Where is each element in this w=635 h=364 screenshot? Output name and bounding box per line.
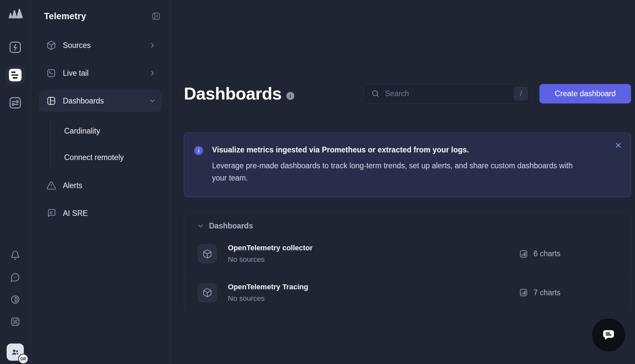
chevron-down-icon	[197, 222, 204, 230]
page-header: Dashboards i / Create dashboard	[184, 84, 631, 103]
command-icon	[10, 316, 21, 327]
message-square-icon	[46, 208, 56, 218]
avatar-badge: DR	[18, 354, 28, 364]
sidebar-item-live-tail[interactable]: Live tail	[39, 62, 162, 84]
dashboards-section: Dashboards OpenTelemetry collector No so…	[184, 213, 631, 312]
sidebar-item-label: Dashboards	[63, 97, 104, 105]
sub-item-label: Connect remotely	[64, 153, 124, 162]
rail-divider	[7, 337, 24, 338]
sidebar-item-label: Live tail	[63, 69, 89, 78]
chevron-right-icon	[149, 69, 156, 77]
row-icon-tile	[198, 283, 217, 302]
app-logo[interactable]	[7, 5, 24, 22]
row-title: OpenTelemetry Tracing	[228, 283, 308, 291]
search-icon	[371, 89, 380, 98]
bar-chart-icon	[519, 249, 528, 259]
sidebar-item-connect-remotely[interactable]: Connect remotely	[64, 144, 162, 171]
stream-icon	[9, 69, 21, 81]
sidebar-item-cardinality[interactable]: Cardinality	[64, 118, 162, 144]
search-box[interactable]: /	[363, 84, 531, 103]
chart-count-label: 6 charts	[533, 249, 561, 258]
dashboards-sub-list: Cardinality Connect remotely	[50, 118, 162, 171]
sliders-icon	[8, 96, 22, 110]
create-dashboard-button[interactable]: Create dashboard	[539, 84, 631, 103]
chat-icon	[10, 272, 20, 282]
rail-bottom: DR	[7, 244, 24, 361]
banner-close-button[interactable]	[613, 140, 623, 150]
sidebar-header: Telemetry	[39, 9, 162, 23]
sub-item-label: Cardinality	[64, 127, 100, 136]
chevron-right-icon	[149, 42, 156, 49]
sidebar-item-sources[interactable]: Sources	[39, 34, 162, 56]
bell-icon	[10, 250, 20, 260]
sidebar-item-label: Sources	[63, 41, 91, 50]
sidebar-item-label: Alerts	[63, 181, 82, 190]
feedback-button[interactable]	[10, 266, 20, 288]
row-title: OpenTelemetry collector	[228, 244, 313, 252]
rail-nav	[6, 36, 25, 120]
dashboard-icon	[46, 96, 56, 106]
collapse-sidebar-button[interactable]	[150, 10, 162, 22]
shortcuts-button[interactable]	[10, 310, 21, 333]
shortcut-key: /	[514, 87, 528, 101]
main-content: Dashboards i / Create dashboard i Visual…	[171, 0, 635, 364]
app-root: DR Telemetry Sources	[0, 0, 635, 364]
contrast-icon	[10, 295, 20, 304]
close-icon	[614, 142, 622, 149]
theme-toggle-button[interactable]	[10, 288, 20, 310]
chart-count-label: 7 charts	[533, 288, 561, 297]
search-input[interactable]	[385, 89, 514, 98]
banner-body: Leverage pre-made dashboards to track lo…	[212, 160, 576, 184]
icon-rail: DR	[0, 0, 31, 364]
sidebar-item-label: AI SRE	[63, 209, 88, 218]
panel-collapse-icon	[151, 12, 161, 21]
box-icon	[202, 249, 212, 259]
user-menu[interactable]: DR	[7, 344, 24, 361]
section-title: Dashboards	[209, 222, 253, 230]
chart-count: 7 charts	[519, 288, 631, 297]
chat-launcher-button[interactable]	[592, 318, 625, 351]
rail-item-stream[interactable]	[6, 64, 25, 86]
rail-item-flows[interactable]	[8, 36, 22, 58]
row-subtitle: No sources	[228, 294, 308, 303]
notifications-button[interactable]	[10, 244, 20, 266]
section-toggle[interactable]: Dashboards	[184, 213, 631, 234]
row-subtitle: No sources	[228, 255, 313, 264]
chart-count: 6 charts	[519, 249, 631, 259]
sidebar-item-dashboards[interactable]: Dashboards	[39, 90, 162, 112]
bar-chart-icon	[519, 288, 528, 297]
page-title: Dashboards	[184, 84, 282, 103]
sidebar-item-ai-sre[interactable]: AI SRE	[39, 202, 162, 224]
dashboard-row-otel-tracing[interactable]: OpenTelemetry Tracing No sources 7 chart…	[184, 273, 631, 312]
chevron-down-icon	[149, 97, 156, 104]
banner-info-icon: i	[194, 146, 203, 155]
sidebar-item-alerts[interactable]: Alerts	[39, 175, 162, 196]
sidebar: Telemetry Sources	[31, 0, 171, 364]
dashboard-row-otel-collector[interactable]: OpenTelemetry collector No sources 6 cha…	[184, 234, 631, 273]
info-icon[interactable]: i	[286, 92, 294, 100]
rail-item-monitors[interactable]	[8, 92, 22, 114]
terminal-icon	[46, 68, 56, 78]
zap-icon	[8, 40, 22, 55]
users-icon	[10, 347, 20, 357]
banner-text: Visualize metrics ingested via Prometheu…	[212, 145, 576, 184]
box-icon	[46, 40, 56, 50]
alert-triangle-icon	[46, 181, 56, 190]
sidebar-nav: Sources Live tail	[39, 34, 162, 230]
box-icon	[202, 288, 212, 298]
rail-active-highlight	[6, 65, 25, 85]
info-banner: i Visualize metrics ingested via Prometh…	[184, 133, 631, 197]
chat-bubble-icon	[601, 327, 616, 343]
sidebar-title: Telemetry	[44, 11, 86, 21]
row-icon-tile	[198, 244, 217, 263]
banner-title: Visualize metrics ingested via Prometheu…	[212, 145, 576, 154]
